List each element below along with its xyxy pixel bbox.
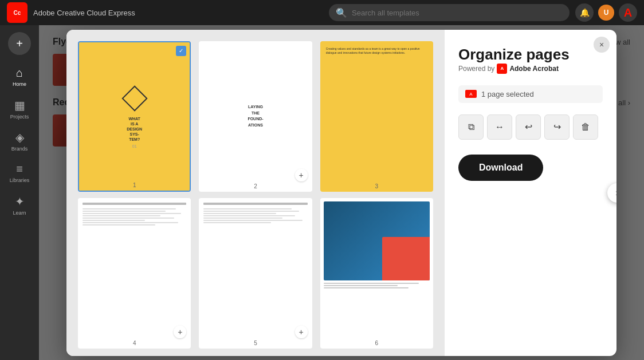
delete-button[interactable]: 🗑 <box>573 114 598 140</box>
powered-by: Powered by A Adobe Acrobat <box>458 64 603 74</box>
page-selected-text: 1 page selected <box>481 90 534 98</box>
app-title: Adobe Creative Cloud Express <box>33 9 323 17</box>
sidebar-projects-label: Projects <box>10 114 29 120</box>
powered-by-prefix: Powered by <box>458 65 494 73</box>
adobe-icon-btn[interactable]: A <box>619 3 637 22</box>
learn-icon: ✦ <box>15 195 25 208</box>
brands-icon: ◈ <box>15 130 24 144</box>
content-area: Flyer View all Recent View all › <box>39 25 644 360</box>
flip-icon: ↔ <box>495 122 504 132</box>
undo-button[interactable]: ↩ <box>516 114 541 140</box>
modal-pages-grid: WHATIS ADESIGNSYS-TEM? 01 ✓ 1 LAYINGTHEF… <box>66 30 445 356</box>
organize-pages-modal: × WHATIS ADESIGNSYS-TEM? 01 ✓ <box>66 30 616 356</box>
page-6-content <box>320 198 433 349</box>
page-1-number: 1 <box>133 182 136 188</box>
bell-icon: 🔔 <box>580 8 590 17</box>
page-4-lines <box>83 208 186 226</box>
page-selected-info: A 1 page selected <box>458 85 603 103</box>
page-thumb-6[interactable]: 6 <box>320 198 433 349</box>
page-2-content: LAYINGTHEFOUND-ATIONS <box>199 41 312 192</box>
main-layout: + ⌂ Home ▦ Projects ◈ Brands ≡ Libraries… <box>0 25 644 360</box>
undo-icon: ↩ <box>525 121 532 132</box>
topbar-icons: 🔔 U A <box>575 3 637 22</box>
page-5-lines <box>203 208 307 223</box>
page-5-content <box>199 198 312 349</box>
modal-overlay[interactable]: × WHATIS ADESIGNSYS-TEM? 01 ✓ <box>39 25 644 360</box>
duplicate-icon: ⧉ <box>468 122 474 132</box>
modal-title: Organize pages <box>458 46 603 64</box>
sidebar: + ⌂ Home ▦ Projects ◈ Brands ≡ Libraries… <box>0 25 39 360</box>
download-button[interactable]: Download <box>458 155 543 181</box>
redo-button[interactable]: ↪ <box>544 114 570 140</box>
home-icon: ⌂ <box>16 66 23 80</box>
page-6-number: 6 <box>375 340 379 346</box>
page-thumb-2[interactable]: LAYINGTHEFOUND-ATIONS + 2 <box>199 41 312 192</box>
sidebar-home-label: Home <box>13 81 26 87</box>
page-4-header <box>83 203 186 205</box>
logo-text: Cc <box>14 10 21 16</box>
page-thumb-1[interactable]: WHATIS ADESIGNSYS-TEM? 01 ✓ 1 <box>78 41 191 192</box>
page-1-subnum: 01 <box>132 144 137 148</box>
flip-horizontal-button[interactable]: ↔ <box>487 114 512 140</box>
redo-icon: ↪ <box>553 121 561 132</box>
page-3-content: Creating values and standards as a team … <box>320 41 433 192</box>
plus-icon: + <box>16 37 23 50</box>
sidebar-item-libraries[interactable]: ≡ Libraries <box>5 158 34 188</box>
page-2-number: 2 <box>254 183 257 189</box>
sidebar-add-button[interactable]: + <box>8 32 31 55</box>
avatar[interactable]: U <box>598 5 614 21</box>
page-1-checkbox[interactable]: ✓ <box>176 46 186 56</box>
page-4-add-button[interactable]: + <box>174 326 186 338</box>
page-5-header <box>203 203 307 205</box>
libraries-icon: ≡ <box>16 163 23 176</box>
page-6-color-block <box>324 201 430 280</box>
topbar: Cc Adobe Creative Cloud Express 🔍 🔔 U A <box>0 0 644 25</box>
search-input[interactable] <box>352 9 563 17</box>
sidebar-learn-label: Learn <box>13 210 26 216</box>
search-icon: 🔍 <box>336 7 347 18</box>
pdf-icon: A <box>465 90 477 98</box>
page-5-number: 5 <box>254 340 257 346</box>
close-icon: × <box>599 40 604 49</box>
sidebar-brands-label: Brands <box>11 146 28 152</box>
projects-icon: ▦ <box>14 98 25 112</box>
page-5-add-button[interactable]: + <box>295 326 308 338</box>
page-thumb-3[interactable]: Creating values and standards as a team … <box>320 41 433 192</box>
page-thumb-4[interactable]: + 4 <box>78 198 191 349</box>
adobe-icon: A <box>624 6 632 19</box>
page-1-text: WHATIS ADESIGNSYS-TEM? <box>127 116 142 142</box>
page-2-add-button[interactable]: + <box>295 169 308 181</box>
trash-icon: 🗑 <box>581 122 590 132</box>
page-3-number: 3 <box>375 183 379 189</box>
sidebar-libraries-label: Libraries <box>10 177 30 183</box>
acrobat-icon: A <box>497 64 507 74</box>
sidebar-item-learn[interactable]: ✦ Learn <box>5 190 34 220</box>
brand-name[interactable]: Adobe Acrobat <box>509 65 559 73</box>
page-4-number: 4 <box>133 340 136 346</box>
sidebar-item-projects[interactable]: ▦ Projects <box>5 94 34 124</box>
page-thumb-5[interactable]: + 5 <box>199 198 312 349</box>
page-6-pink-block <box>382 237 430 280</box>
sidebar-item-brands[interactable]: ◈ Brands <box>5 126 34 156</box>
page-4-content <box>78 198 191 349</box>
page-1-content: WHATIS ADESIGNSYS-TEM? 01 <box>79 42 190 191</box>
notification-button[interactable]: 🔔 <box>575 3 594 22</box>
app-logo[interactable]: Cc <box>7 2 28 23</box>
page-2-text: LAYINGTHEFOUND-ATIONS <box>248 104 263 128</box>
modal-right-panel: Organize pages Powered by A Adobe Acroba… <box>445 30 616 356</box>
page-6-lines <box>324 283 430 288</box>
toolbar-actions: ⧉ ↔ ↩ ↪ 🗑 <box>458 114 603 140</box>
duplicate-button[interactable]: ⧉ <box>458 114 484 140</box>
search-bar[interactable]: 🔍 <box>329 4 570 21</box>
sidebar-item-home[interactable]: ⌂ Home <box>5 62 34 92</box>
modal-close-button[interactable]: × <box>594 37 610 53</box>
